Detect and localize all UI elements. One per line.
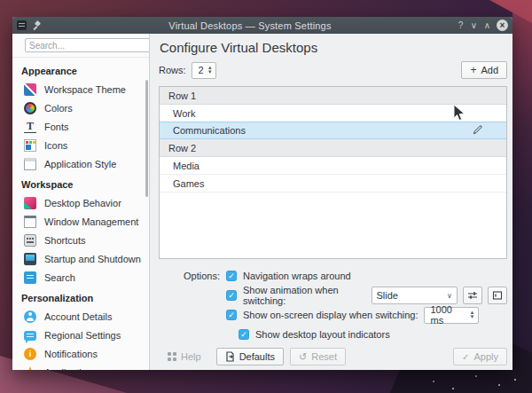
search-input[interactable] xyxy=(25,38,150,52)
chevron-down-icon: ∨ xyxy=(447,292,452,300)
minimize-button[interactable]: ∨ xyxy=(467,17,481,34)
rows-spinner[interactable]: 2 ▲▼ xyxy=(192,62,216,79)
desktop-row-label: Row 2 xyxy=(168,143,196,153)
sidebar-section-label: Appearance xyxy=(12,59,149,80)
spinner-arrows-icon[interactable]: ▲▼ xyxy=(207,66,215,75)
desktop-item[interactable]: Work xyxy=(160,105,506,122)
dialog-info-icon xyxy=(492,290,503,301)
desktop-row-header: Row 1 xyxy=(160,87,506,105)
startup-shutdown-icon xyxy=(24,253,36,265)
osd-duration-value: 1000 ms xyxy=(425,304,470,326)
edit-desktop-button[interactable] xyxy=(472,124,483,138)
sidebar: AppearanceWorkspace ThemeColorsTFontsIco… xyxy=(12,34,150,370)
defaults-button[interactable]: Defaults xyxy=(216,348,284,365)
sidebar-item-shortcuts[interactable]: Shortcuts xyxy=(12,231,149,249)
sidebar-item-label: Applications xyxy=(44,367,97,371)
animation-configure-button[interactable] xyxy=(463,287,482,304)
sidebar-item-notifications[interactable]: iNotifications xyxy=(12,344,149,363)
layout-indicators-checkbox[interactable]: ✓ xyxy=(239,329,249,340)
options-caption: Options: xyxy=(159,271,226,281)
sidebar-item-account-details[interactable]: Account Details xyxy=(12,307,149,326)
osd-display-checkbox[interactable]: ✓ xyxy=(226,310,237,320)
fonts-icon: T xyxy=(24,121,36,133)
applications-icon xyxy=(24,366,36,371)
sidebar-scrollbar[interactable] xyxy=(145,80,148,197)
regional-settings-icon xyxy=(24,331,36,341)
sidebar-category-list: AppearanceWorkspace ThemeColorsTFontsIco… xyxy=(12,58,149,370)
desktop-item[interactable]: Communications xyxy=(160,122,506,139)
osd-display-label: Show on-screen display when switching: xyxy=(243,310,419,320)
reset-button[interactable]: ↺ Reset xyxy=(290,348,346,365)
desktop-item[interactable]: Media xyxy=(160,157,506,175)
sidebar-item-colors[interactable]: Colors xyxy=(12,98,149,117)
sidebar-item-label: Notifications xyxy=(44,349,98,359)
show-animation-label: Show animation when switching: xyxy=(243,285,366,306)
osd-duration-spinner[interactable]: 1000 ms▲▼ xyxy=(424,307,479,324)
navigation-wraps-checkbox[interactable]: ✓ xyxy=(226,271,237,281)
shortcuts-icon xyxy=(24,234,36,247)
sidebar-item-workspace-theme[interactable]: Workspace Theme xyxy=(12,80,149,98)
plus-icon: + xyxy=(470,66,476,75)
desktop-row-header: Row 2 xyxy=(160,139,506,157)
sidebar-item-label: Fonts xyxy=(44,122,69,132)
apply-button[interactable]: ✓ Apply xyxy=(453,348,507,365)
desktop-row-label: Row 1 xyxy=(168,90,196,101)
sidebar-item-desktop-behavior[interactable]: Desktop Behavior xyxy=(12,193,149,212)
rows-label: Rows: xyxy=(159,65,186,75)
sidebar-item-label: Colors xyxy=(44,103,73,114)
option-row: ✓Show desktop layout indicators xyxy=(159,326,507,343)
desktop-item-label: Media xyxy=(173,161,200,171)
option-row: ✓Show on-screen display when switching:1… xyxy=(159,306,507,324)
animation-about-button[interactable] xyxy=(488,287,507,304)
sidebar-item-label: Workspace Theme xyxy=(44,84,126,95)
sidebar-item-label: Window Management xyxy=(44,216,138,227)
sidebar-item-label: Icons xyxy=(44,140,67,151)
sidebar-item-label: Desktop Behavior xyxy=(44,198,121,208)
system-settings-window: Virtual Desktops — System Settings ? ∨ ∧… xyxy=(12,17,512,370)
icons-icon xyxy=(24,139,36,152)
rows-value: 2 xyxy=(192,65,207,75)
sidebar-item-startup-and-shutdown[interactable]: Startup and Shutdown xyxy=(12,249,149,268)
sidebar-section-label: Personalization xyxy=(12,287,149,307)
application-style-icon xyxy=(24,158,36,170)
wallpaper-facet xyxy=(512,0,532,213)
help-button[interactable]: Help xyxy=(159,348,210,365)
colors-icon xyxy=(24,102,36,114)
sidebar-item-applications[interactable]: Applications xyxy=(12,363,149,370)
footer-buttons: Help Defaults ↺ Reset ✓ Apply xyxy=(159,345,507,366)
desktop-item-label: Work xyxy=(173,108,195,119)
desktop-item-label: Games xyxy=(173,178,204,189)
spinner-arrows-icon[interactable]: ▲▼ xyxy=(470,310,478,319)
virtual-desktop-list: Row 1WorkCommunicationsRow 2MediaGames xyxy=(159,86,507,259)
close-button[interactable]: × xyxy=(497,20,508,31)
pencil-icon xyxy=(472,124,483,136)
notifications-icon: i xyxy=(24,348,36,360)
layout-indicators-label: Show desktop layout indicators xyxy=(255,329,390,340)
pin-icon[interactable] xyxy=(32,20,41,30)
desktop-item[interactable]: Games xyxy=(160,175,506,193)
option-row: ✓Show animation when switching:Slide∨ xyxy=(159,287,507,304)
desktop-behavior-icon xyxy=(24,197,36,209)
maximize-button[interactable]: ∧ xyxy=(481,17,494,34)
show-animation-checkbox[interactable]: ✓ xyxy=(226,290,237,301)
main-content: Configure Virtual Desktops Rows: 2 ▲▼ + … xyxy=(150,34,512,370)
sidebar-item-application-style[interactable]: Application Style xyxy=(12,154,149,173)
help-icon xyxy=(168,352,176,361)
options-section: Options:✓Navigation wraps around✓Show an… xyxy=(159,267,507,345)
titlebar[interactable]: Virtual Desktops — System Settings ? ∨ ∧… xyxy=(12,17,512,34)
window-management-icon xyxy=(24,216,36,228)
animation-select[interactable]: Slide∨ xyxy=(372,287,458,304)
sidebar-item-fonts[interactable]: TFonts xyxy=(12,117,149,136)
search-module-icon xyxy=(24,271,36,284)
help-titlebar-button[interactable]: ? xyxy=(454,17,467,34)
sidebar-item-regional-settings[interactable]: Regional Settings xyxy=(12,326,149,344)
sidebar-item-label: Account Details xyxy=(44,311,112,322)
app-menu-icon[interactable] xyxy=(17,20,27,30)
sliders-icon xyxy=(467,290,478,301)
sidebar-item-window-management[interactable]: Window Management xyxy=(12,212,149,231)
wallpaper-stars xyxy=(514,379,516,381)
sidebar-item-icons[interactable]: Icons xyxy=(12,136,149,154)
sidebar-item-label: Startup and Shutdown xyxy=(44,254,141,264)
sidebar-item-search[interactable]: Search xyxy=(12,268,149,287)
add-button[interactable]: + Add xyxy=(461,61,507,79)
